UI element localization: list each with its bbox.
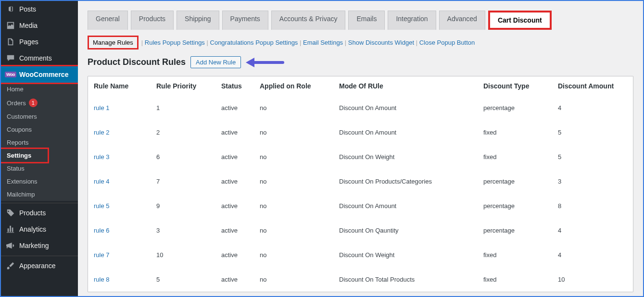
subnav-link-show-discounts-widget[interactable]: Show Discounts Widget	[348, 39, 414, 46]
sidebar-subitem-label: Settings	[7, 152, 31, 159]
tab-shipping[interactable]: Shipping	[177, 11, 219, 30]
rule-mode-cell: Discount On Qauntity	[339, 227, 483, 234]
rule-role-cell: no	[260, 178, 339, 185]
rule-status-cell: active	[221, 202, 260, 210]
rule-priority-cell: 3	[156, 227, 221, 234]
rule-role-cell: no	[260, 202, 339, 210]
tab-payments[interactable]: Payments	[222, 11, 268, 30]
rule-name-cell[interactable]: rule 8	[94, 276, 156, 283]
sidebar-item-pages[interactable]: Pages	[1, 34, 78, 50]
rule-status-cell: active	[221, 251, 260, 259]
add-new-rule-button[interactable]: Add New Rule	[190, 56, 241, 68]
sidebar-subitem-label: Reports	[7, 139, 29, 146]
sidebar-item-label: Media	[19, 22, 38, 29]
settings-subnav: Manage Rules | Rules Popup Settings | Co…	[88, 30, 633, 53]
tab-advanced[interactable]: Advanced	[439, 11, 485, 30]
rule-status-cell: active	[221, 178, 260, 185]
pin-icon	[6, 4, 15, 14]
sidebar-item-comments[interactable]: Comments	[1, 50, 78, 66]
table-row[interactable]: rule 5 9 active no Discount On Amount pe…	[88, 194, 633, 218]
sidebar-subitem-customers[interactable]: Customers	[1, 110, 78, 123]
sidebar-subitem-settings[interactable]: Settings	[1, 149, 78, 162]
rule-role-cell: no	[260, 276, 339, 283]
table-row[interactable]: rule 4 7 active no Discount On Products/…	[88, 169, 633, 194]
main-content: GeneralProductsShippingPaymentsAccounts …	[78, 1, 643, 296]
rule-discount-type-cell: percentage	[483, 178, 558, 185]
subnav-link-congratulations-popup-settings[interactable]: Congratulations Popup Settings	[210, 39, 298, 46]
rule-discount-amount-cell: 5	[558, 129, 625, 136]
sidebar-item-products[interactable]: Products	[1, 203, 78, 221]
rule-role-cell: no	[260, 129, 339, 136]
tab-emails[interactable]: Emails	[348, 11, 385, 30]
rule-discount-amount-cell: 5	[558, 153, 625, 161]
table-header-cell: Rule Priority	[156, 82, 221, 90]
sidebar-item-label: Appearance	[19, 262, 56, 270]
sidebar-subitem-label: Status	[7, 165, 25, 172]
sidebar-item-label: Analytics	[19, 225, 46, 233]
tab-products[interactable]: Products	[131, 11, 174, 30]
table-header-cell: Rule Name	[94, 82, 156, 90]
table-row[interactable]: rule 8 5 active no Discount On Total Pro…	[88, 267, 633, 292]
rule-status-cell: active	[221, 104, 260, 111]
sidebar-item-label: Pages	[19, 38, 38, 46]
table-header-cell: Discount Type	[483, 82, 558, 90]
rule-mode-cell: Discount On Total Products	[339, 276, 483, 283]
table-row[interactable]: rule 2 2 active no Discount On Amount fi…	[88, 120, 633, 145]
sidebar-subitem-orders[interactable]: Orders 1	[1, 96, 78, 110]
sidebar-subitem-status[interactable]: Status	[1, 162, 78, 175]
rule-discount-amount-cell: 8	[558, 202, 625, 210]
rule-discount-type-cell: fixed	[483, 153, 558, 161]
rule-discount-amount-cell: 3	[558, 178, 625, 185]
rule-mode-cell: Discount On Weight	[339, 251, 483, 259]
rule-discount-amount-cell: 4	[558, 104, 625, 111]
rule-priority-cell: 6	[156, 153, 221, 161]
rule-status-cell: active	[221, 129, 260, 136]
sidebar-subitem-mailchimp[interactable]: Mailchimp	[1, 188, 78, 201]
page-icon	[6, 37, 15, 47]
sidebar-item-analytics[interactable]: Analytics	[1, 221, 78, 237]
sidebar-item-appearance[interactable]: Appearance	[1, 256, 78, 274]
sidebar-item-marketing[interactable]: Marketing	[1, 237, 78, 254]
sidebar-subitem-label: Orders	[7, 99, 26, 107]
tab-integration[interactable]: Integration	[388, 11, 436, 30]
table-header-cell: Status	[221, 82, 260, 90]
rule-name-cell[interactable]: rule 4	[94, 178, 156, 185]
sidebar-item-label: Posts	[19, 5, 36, 13]
rule-priority-cell: 1	[156, 104, 221, 111]
subnav-link-email-settings[interactable]: Email Settings	[303, 39, 343, 46]
table-row[interactable]: rule 7 10 active no Discount On Weight f…	[88, 243, 633, 267]
sidebar-subitem-label: Home	[7, 86, 24, 93]
rule-mode-cell: Discount On Amount	[339, 129, 483, 136]
sidebar-subitem-coupons[interactable]: Coupons	[1, 123, 78, 136]
sidebar-item-posts[interactable]: Posts	[1, 1, 78, 17]
chart-icon	[6, 224, 15, 234]
table-header-cell: Applied on Role	[260, 82, 339, 90]
subnav-link-rules-popup-settings[interactable]: Rules Popup Settings	[145, 39, 205, 46]
mega-icon	[6, 241, 15, 250]
sidebar-item-media[interactable]: Media	[1, 17, 78, 34]
subnav-manage-rules[interactable]: Manage Rules	[88, 36, 139, 50]
rule-mode-cell: Discount On Weight	[339, 153, 483, 161]
table-row[interactable]: rule 1 1 active no Discount On Amount pe…	[88, 96, 633, 120]
rule-name-cell[interactable]: rule 5	[94, 202, 156, 210]
sidebar-item-woocommerce[interactable]: Woo WooCommerce	[1, 66, 78, 83]
rule-discount-amount-cell: 10	[558, 276, 625, 283]
rules-table: Rule NameRule PriorityStatusApplied on R…	[88, 76, 633, 292]
tab-accounts-privacy[interactable]: Accounts & Privacy	[271, 11, 346, 30]
rule-name-cell[interactable]: rule 6	[94, 227, 156, 234]
rule-role-cell: no	[260, 227, 339, 234]
sidebar-subitem-reports[interactable]: Reports	[1, 136, 78, 149]
rule-name-cell[interactable]: rule 7	[94, 251, 156, 259]
tab-general[interactable]: General	[88, 11, 128, 30]
subnav-link-close-popup-button[interactable]: Close Popup Button	[419, 39, 475, 46]
rule-name-cell[interactable]: rule 2	[94, 129, 156, 136]
sidebar-subitem-home[interactable]: Home	[1, 83, 78, 96]
sidebar-subitem-extensions[interactable]: Extensions	[1, 175, 78, 188]
rule-discount-type-cell: percentage	[483, 227, 558, 234]
tab-cart-discount[interactable]: Cart Discount	[488, 11, 552, 30]
table-row[interactable]: rule 6 3 active no Discount On Qauntity …	[88, 218, 633, 243]
table-row[interactable]: rule 3 6 active no Discount On Weight fi…	[88, 145, 633, 169]
arrow-annotation	[246, 57, 284, 68]
rule-name-cell[interactable]: rule 1	[94, 104, 156, 111]
rule-name-cell[interactable]: rule 3	[94, 153, 156, 161]
